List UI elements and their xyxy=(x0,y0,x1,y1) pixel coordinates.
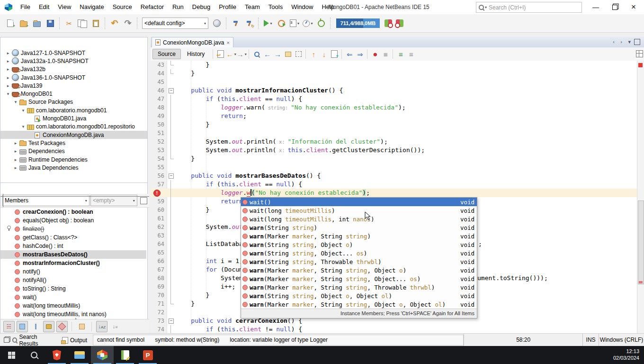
uncomment-icon[interactable]: ≡ xyxy=(406,49,416,59)
code-line-52[interactable]: System.out.println( x: "Información del … xyxy=(176,137,388,146)
member-equals[interactable]: equals(Object obj) : boolean xyxy=(0,216,146,225)
line-number[interactable]: 56 xyxy=(151,172,164,180)
tree-chevron-icon[interactable]: ▾ xyxy=(20,108,26,113)
tree-chevron-icon[interactable]: ▸ xyxy=(13,149,18,154)
maximize-editor-icon[interactable] xyxy=(634,39,640,45)
code-line-56[interactable]: public void mostrarBasesDeDatos() { xyxy=(176,172,321,180)
tab-conexionmongodb[interactable]: ConexionMongoDB.java × xyxy=(152,37,233,47)
copy-icon[interactable] xyxy=(76,17,89,30)
find-previous-icon[interactable]: ← xyxy=(262,49,272,59)
line-number[interactable]: 64 xyxy=(151,240,164,248)
completion-item-2[interactable]: wait(long timeoutMillis, int nanos)void xyxy=(241,215,477,223)
line-number[interactable]: 65 xyxy=(151,248,164,257)
tree-item-mongodb01[interactable]: ▾MongoDB01 xyxy=(0,90,147,98)
menu-team[interactable]: Team xyxy=(241,0,264,14)
code-line-71[interactable]: } xyxy=(176,300,195,308)
code-line-48[interactable]: logger.warn( string: "No hay conexión es… xyxy=(176,103,406,112)
memory-indicator[interactable]: 711,4/988,0MB xyxy=(336,18,380,28)
tree-chevron-icon[interactable]: ▾ xyxy=(5,91,11,96)
member-wait[interactable]: wait() xyxy=(0,293,146,301)
menu-source[interactable]: Source xyxy=(108,0,136,14)
editor-scrollbar[interactable] xyxy=(637,61,644,333)
collapse-nub-icon[interactable]: ▴ xyxy=(75,316,77,320)
line-number[interactable]: 67 xyxy=(151,265,164,274)
code-line-44[interactable]: } xyxy=(176,69,195,78)
tree-chevron-icon[interactable]: ▸ xyxy=(5,75,11,80)
show-deprecated-icon[interactable] xyxy=(56,321,68,332)
code-line-46[interactable]: public void mostrarInformacionCluster() … xyxy=(176,86,343,95)
completion-item-0[interactable]: wait()void xyxy=(241,198,477,206)
tree-item-conexionmongodb-java[interactable]: ConexionMongoDB.java xyxy=(0,131,147,139)
code-line-59[interactable]: return; xyxy=(176,197,247,206)
line-number[interactable]: 50 xyxy=(151,120,164,129)
tree-item-java132b[interactable]: ▸Java132b xyxy=(0,65,147,73)
completion-item-5[interactable]: warn(String string, Object o)void xyxy=(241,240,477,249)
line-number[interactable]: 62 xyxy=(151,223,164,231)
start-macro-recording-icon[interactable]: ● xyxy=(370,49,380,59)
source-view-button[interactable]: Source xyxy=(152,49,181,59)
member-getClass[interactable]: getClass() : Class<?> xyxy=(0,233,146,242)
menu-edit[interactable]: Edit xyxy=(35,0,54,14)
line-number[interactable]: 54 xyxy=(151,155,164,163)
tree-chevron-icon[interactable]: ▸ xyxy=(5,59,11,64)
tab-list-dropdown-icon[interactable]: ▾ xyxy=(628,39,631,45)
menu-debug[interactable]: Debug xyxy=(188,0,215,14)
toggle-bookmark-icon[interactable]: ▾ xyxy=(329,49,340,59)
tree-item-com-laboratorio-mongodb01-repositorio[interactable]: ▾com.laboratorio.mongodb01.repositorio xyxy=(0,123,147,131)
tree-item-test-packages[interactable]: ▸Test Packages xyxy=(0,139,147,147)
menu-file[interactable]: File xyxy=(16,0,35,14)
clean-build-project-button[interactable]: ↻ xyxy=(242,17,256,30)
member-crearConexion[interactable]: crearConexion() : boolean xyxy=(0,208,146,216)
taskbar-search-button[interactable] xyxy=(23,346,45,364)
menu-view[interactable]: View xyxy=(54,0,75,14)
sort-alphabetically-icon[interactable]: ↓AZ xyxy=(96,321,107,332)
code-line-70[interactable]: } xyxy=(176,291,209,300)
code-line-50[interactable]: } xyxy=(176,120,209,129)
scroll-tabs-left-icon[interactable]: ‹ xyxy=(613,39,615,45)
line-number[interactable]: 49 xyxy=(151,112,164,120)
completion-item-6[interactable]: warn(String string, Object... os)void xyxy=(241,249,477,257)
line-number[interactable]: 51 xyxy=(151,129,164,137)
profile-project-button[interactable]: ▾ xyxy=(301,17,314,30)
code-line-49[interactable]: return; xyxy=(176,112,247,120)
comment-icon[interactable]: ≡ xyxy=(395,49,406,59)
toggle-highlight-icon[interactable] xyxy=(283,49,293,59)
forward-icon[interactable]: →▾ xyxy=(236,49,247,59)
show-non-public-icon[interactable] xyxy=(43,321,54,332)
fold-toggle-icon[interactable]: − xyxy=(169,173,174,179)
completion-item-7[interactable]: warn(String string, Throwable thrwbl)voi… xyxy=(241,257,477,266)
explorer-taskbar-icon[interactable] xyxy=(68,346,91,364)
menu-run[interactable]: Run xyxy=(168,0,188,14)
next-occurrence-icon[interactable]: ↓ xyxy=(319,49,329,59)
code-line-53[interactable]: System.out.println( x: this.client.getCl… xyxy=(176,146,425,155)
find-next-icon[interactable]: → xyxy=(272,49,283,59)
windows-start-button[interactable] xyxy=(0,346,23,364)
completion-item-9[interactable]: warn(Marker marker, String string, Objec… xyxy=(241,274,477,283)
sort-by-source-icon[interactable]: ↓≡ xyxy=(109,321,121,332)
insert-mode-indicator[interactable]: INS xyxy=(582,334,599,346)
previous-occurrence-icon[interactable]: ↑ xyxy=(308,49,319,59)
line-number[interactable]: 59 xyxy=(151,197,164,206)
netbeans-taskbar-icon[interactable] xyxy=(91,346,114,364)
tree-item-java-dependencies[interactable]: ▸Java Dependencies xyxy=(0,164,147,172)
brave-taskbar-icon[interactable] xyxy=(45,346,68,364)
menu-navigate[interactable]: Navigate xyxy=(75,0,108,14)
line-number[interactable]: 70 xyxy=(151,291,164,300)
line-number[interactable]: 43 xyxy=(151,61,164,69)
close-button[interactable]: × xyxy=(624,0,643,14)
menu-refactor[interactable]: Refactor xyxy=(136,0,168,14)
line-number[interactable]: 71 xyxy=(151,300,164,308)
run-project-button[interactable]: ▾ xyxy=(261,17,275,30)
line-number[interactable]: 53 xyxy=(151,146,164,155)
code-line-69[interactable]: i++; xyxy=(176,282,235,291)
line-number[interactable]: 47 xyxy=(151,95,164,103)
code-line-64-fragment[interactable]: ; xyxy=(478,240,482,248)
member-wait[interactable]: wait(long timeoutMillis, int nanos) xyxy=(0,310,146,318)
completion-item-3[interactable]: warn(String string)void xyxy=(241,223,477,232)
tree-item-java132a-1-0-snapshot[interactable]: ▸Java132a-1.0-SNAPSHOT xyxy=(0,57,147,65)
restore-button[interactable] xyxy=(605,0,624,14)
quick-search-box[interactable]: ▾ Search (Ctrl+I) xyxy=(476,2,582,13)
code-editor[interactable]: 43 }44 }4546− public void mostrarInforma… xyxy=(151,61,644,333)
tree-chevron-icon[interactable]: ▸ xyxy=(5,83,11,88)
code-line-68-fragment[interactable]: ument.toString())); xyxy=(477,274,548,282)
